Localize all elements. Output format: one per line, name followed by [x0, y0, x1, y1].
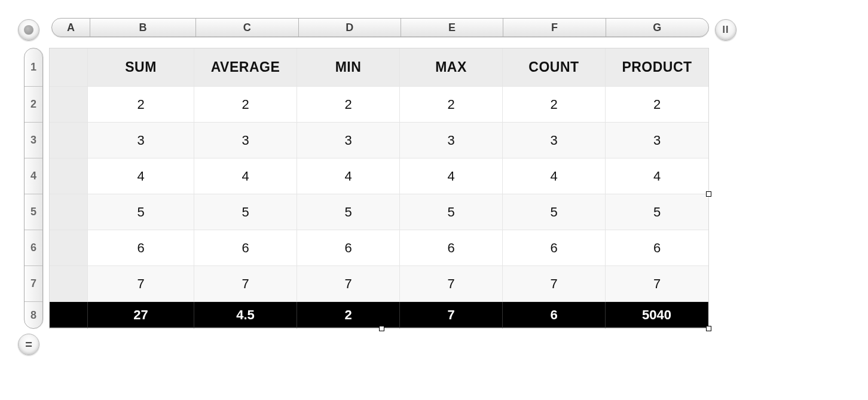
cell-B6[interactable]: 6 [88, 230, 194, 266]
cell-D4[interactable]: 4 [297, 158, 400, 194]
column-headers[interactable]: A B C D E F G [51, 18, 709, 37]
row-header-2[interactable]: 2 [25, 87, 42, 123]
cell-B1[interactable]: SUM [88, 48, 194, 87]
cell-E8[interactable]: 7 [400, 302, 503, 328]
cell-E4[interactable]: 4 [400, 158, 503, 194]
cell-B8[interactable]: 27 [88, 302, 194, 328]
cell-G4[interactable]: 4 [606, 158, 708, 194]
row-header-7[interactable]: 7 [25, 266, 42, 302]
row-headers[interactable]: 1 2 3 4 5 6 7 8 [24, 48, 43, 329]
cell-E1[interactable]: MAX [400, 48, 503, 87]
cell-B5[interactable]: 5 [88, 194, 194, 230]
cell-F1[interactable]: COUNT [503, 48, 606, 87]
spreadsheet-grid[interactable]: SUM AVERAGE MIN MAX COUNT PRODUCT 2 2 2 … [49, 48, 709, 329]
row-header-3[interactable]: 3 [25, 123, 42, 158]
selection-handle[interactable] [379, 326, 384, 331]
cell-A6[interactable] [50, 230, 88, 266]
cell-C8[interactable]: 4.5 [194, 302, 297, 328]
pause-button[interactable]: II [715, 19, 736, 41]
select-all-button[interactable] [18, 19, 39, 41]
cell-B2[interactable]: 2 [88, 87, 194, 123]
cell-G5[interactable]: 5 [606, 194, 708, 230]
cell-E6[interactable]: 6 [400, 230, 503, 266]
col-header-E[interactable]: E [401, 19, 503, 36]
cell-C6[interactable]: 6 [194, 230, 297, 266]
cell-C2[interactable]: 2 [194, 87, 297, 123]
row-header-6[interactable]: 6 [25, 230, 42, 266]
cell-D6[interactable]: 6 [297, 230, 400, 266]
selection-handle[interactable] [706, 191, 711, 197]
col-header-B[interactable]: B [90, 19, 196, 36]
cell-G6[interactable]: 6 [606, 230, 708, 266]
cell-A4[interactable] [50, 158, 88, 194]
cell-A1[interactable] [50, 48, 88, 87]
row-header-4[interactable]: 4 [25, 158, 42, 194]
cell-D2[interactable]: 2 [297, 87, 400, 123]
equals-icon: = [25, 338, 32, 352]
cell-C1[interactable]: AVERAGE [194, 48, 297, 87]
cell-E7[interactable]: 7 [400, 266, 503, 302]
cell-C7[interactable]: 7 [194, 266, 297, 302]
cell-D5[interactable]: 5 [297, 194, 400, 230]
cell-F6[interactable]: 6 [503, 230, 606, 266]
cell-C3[interactable]: 3 [194, 123, 297, 158]
cell-F7[interactable]: 7 [503, 266, 606, 302]
cell-A2[interactable] [50, 87, 88, 123]
cell-G8[interactable]: 5040 [606, 302, 708, 328]
cell-A7[interactable] [50, 266, 88, 302]
cell-D3[interactable]: 3 [297, 123, 400, 158]
cell-F5[interactable]: 5 [503, 194, 606, 230]
cell-C4[interactable]: 4 [194, 158, 297, 194]
cell-D1[interactable]: MIN [297, 48, 400, 87]
col-header-G[interactable]: G [606, 19, 708, 36]
col-header-D[interactable]: D [299, 19, 401, 36]
cell-F8[interactable]: 6 [503, 302, 606, 328]
row-header-8[interactable]: 8 [25, 302, 42, 328]
row-header-1[interactable]: 1 [25, 48, 42, 87]
cell-B4[interactable]: 4 [88, 158, 194, 194]
cell-G7[interactable]: 7 [606, 266, 708, 302]
cell-E5[interactable]: 5 [400, 194, 503, 230]
cell-G2[interactable]: 2 [606, 87, 708, 123]
formula-button[interactable]: = [18, 334, 39, 355]
cell-D8[interactable]: 2 [297, 302, 400, 328]
cell-A5[interactable] [50, 194, 88, 230]
cell-A3[interactable] [50, 123, 88, 158]
selection-handle[interactable] [706, 326, 711, 331]
cell-F3[interactable]: 3 [503, 123, 606, 158]
cell-D7[interactable]: 7 [297, 266, 400, 302]
cell-A8[interactable] [50, 302, 88, 328]
cell-B7[interactable]: 7 [88, 266, 194, 302]
cell-G1[interactable]: PRODUCT [606, 48, 708, 87]
row-header-5[interactable]: 5 [25, 194, 42, 230]
cell-B3[interactable]: 3 [88, 123, 194, 158]
circle-icon [24, 25, 33, 35]
cell-F2[interactable]: 2 [503, 87, 606, 123]
col-header-C[interactable]: C [196, 19, 298, 36]
cell-C5[interactable]: 5 [194, 194, 297, 230]
cell-G3[interactable]: 3 [606, 123, 708, 158]
cell-E3[interactable]: 3 [400, 123, 503, 158]
col-header-A[interactable]: A [52, 19, 90, 36]
col-header-F[interactable]: F [503, 19, 606, 36]
cell-F4[interactable]: 4 [503, 158, 606, 194]
cell-E2[interactable]: 2 [400, 87, 503, 123]
pause-icon: II [723, 25, 729, 35]
